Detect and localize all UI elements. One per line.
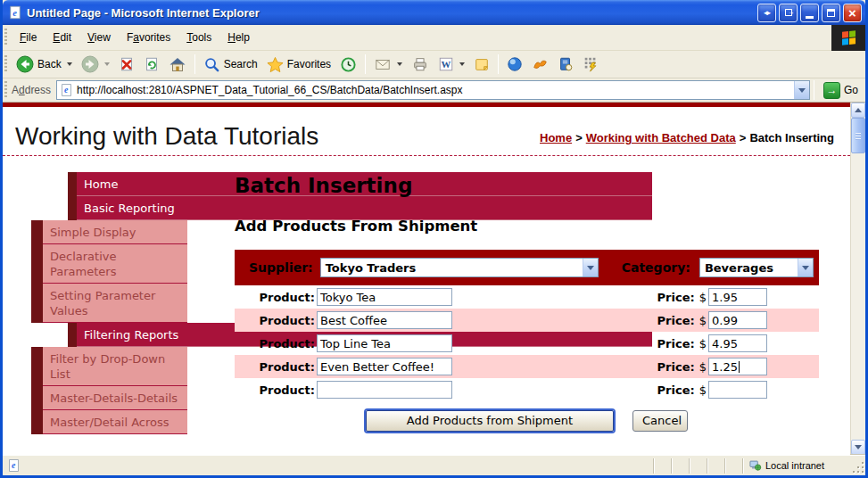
breadcrumb-home-link[interactable]: Home bbox=[540, 131, 572, 144]
home-icon bbox=[169, 55, 186, 73]
sidebar-item-filter-by-dropdown-list[interactable]: Filter by Drop-Down List bbox=[31, 347, 187, 386]
maximize-button[interactable] bbox=[822, 4, 840, 22]
new-window-button[interactable] bbox=[779, 4, 798, 22]
currency-symbol: $ bbox=[699, 337, 707, 350]
ie-page-icon: e bbox=[60, 83, 73, 97]
home-button[interactable] bbox=[164, 54, 191, 75]
refresh-button[interactable] bbox=[139, 54, 164, 74]
vertical-scrollbar bbox=[850, 103, 865, 455]
horizontal-arrows-button[interactable]: ◂▸ bbox=[757, 4, 776, 22]
sidebar-item-master-details-details[interactable]: Master-Details-Details bbox=[31, 386, 187, 410]
forward-dropdown-icon bbox=[104, 62, 110, 66]
cancel-button[interactable]: Cancel bbox=[632, 410, 688, 432]
page-title: Batch Inserting bbox=[235, 174, 819, 197]
title-bar: e Untitled Page - Microsoft Internet Exp… bbox=[3, 0, 865, 25]
supplier-select[interactable]: Tokyo Traders bbox=[320, 258, 599, 277]
mail-button[interactable] bbox=[369, 54, 407, 74]
product-label: Product: bbox=[235, 314, 315, 327]
menu-grip[interactable] bbox=[4, 29, 7, 46]
print-icon bbox=[411, 56, 429, 72]
forward-icon bbox=[81, 55, 99, 73]
product-row: Product: Price: $ bbox=[235, 378, 819, 401]
price-input[interactable] bbox=[708, 334, 767, 352]
sidebar-nav: Home Basic Reporting Simple Display Decl… bbox=[21, 172, 187, 434]
price-input-focused[interactable] bbox=[708, 358, 767, 375]
search-button[interactable]: Search bbox=[199, 54, 262, 75]
price-input[interactable] bbox=[708, 311, 767, 329]
go-button[interactable]: → Go bbox=[818, 82, 865, 99]
product-input[interactable] bbox=[317, 311, 452, 329]
dashed-rule bbox=[3, 155, 850, 156]
encoding-button[interactable] bbox=[578, 54, 603, 74]
status-left-pane: e bbox=[3, 458, 653, 473]
ie-page-icon: e bbox=[8, 5, 22, 20]
messenger-button[interactable] bbox=[502, 54, 527, 74]
url-text: http://localhost:2810/ASPNET_Data_Tutori… bbox=[77, 84, 794, 96]
sidebar-item-setting-parameter-values[interactable]: Setting Parameter Values bbox=[31, 284, 187, 323]
svg-text:e: e bbox=[12, 8, 17, 18]
product-input[interactable] bbox=[317, 334, 452, 352]
category-label: Category: bbox=[622, 260, 690, 275]
zone-label: Local intranet bbox=[765, 460, 824, 471]
breadcrumb-section-link[interactable]: Working with Batched Data bbox=[586, 131, 736, 144]
price-input[interactable] bbox=[708, 381, 767, 399]
print-button[interactable] bbox=[407, 54, 434, 74]
product-input[interactable] bbox=[317, 358, 452, 375]
status-pane bbox=[689, 458, 707, 474]
product-label: Product: bbox=[235, 291, 315, 304]
product-input[interactable] bbox=[317, 381, 452, 399]
menu-tools[interactable]: Tools bbox=[178, 28, 219, 47]
back-button[interactable]: Back bbox=[12, 54, 77, 75]
search-label: Search bbox=[224, 58, 258, 70]
sidebar-item-declarative-parameters[interactable]: Declarative Parameters bbox=[31, 244, 187, 284]
sidebar-item-simple-display[interactable]: Simple Display bbox=[31, 220, 187, 244]
category-select[interactable]: Beverages bbox=[699, 258, 814, 277]
search-icon bbox=[203, 56, 220, 73]
research-button[interactable] bbox=[553, 54, 578, 74]
address-dropdown-button[interactable] bbox=[794, 81, 809, 99]
product-input[interactable] bbox=[317, 288, 452, 306]
menu-help[interactable]: Help bbox=[219, 28, 258, 47]
favorites-button[interactable]: Favorites bbox=[262, 54, 335, 75]
address-grip[interactable] bbox=[4, 81, 7, 99]
price-label: Price: bbox=[657, 360, 695, 374]
favorites-star-icon bbox=[267, 56, 284, 73]
currency-symbol: $ bbox=[699, 291, 707, 304]
scroll-thumb[interactable] bbox=[851, 118, 865, 153]
sidebar-item-master-detail-across[interactable]: Master/Detail Across bbox=[31, 410, 187, 434]
scroll-track[interactable] bbox=[851, 118, 865, 440]
menu-file[interactable]: File bbox=[12, 28, 45, 47]
price-label: Price: bbox=[657, 337, 695, 350]
product-row: Product: Price: $ bbox=[235, 285, 819, 309]
stop-icon bbox=[119, 56, 135, 72]
button-row: Add Products from Shipment Cancel bbox=[235, 410, 819, 432]
toolbar-grip[interactable] bbox=[4, 55, 7, 73]
price-label: Price: bbox=[657, 383, 695, 397]
forward-button[interactable] bbox=[77, 54, 114, 75]
edit-with-word-button[interactable]: W bbox=[434, 54, 469, 74]
menu-view[interactable]: View bbox=[79, 28, 119, 47]
menu-bar: File Edit View Favorites Tools Help bbox=[3, 25, 865, 51]
toolbar-separator bbox=[498, 54, 499, 74]
currency-symbol: $ bbox=[699, 383, 707, 397]
toolbar-separator bbox=[365, 54, 366, 74]
price-input[interactable] bbox=[708, 288, 767, 306]
menu-favorites[interactable]: Favorites bbox=[119, 28, 178, 47]
stop-button[interactable] bbox=[114, 54, 139, 74]
discuss-button[interactable] bbox=[469, 54, 494, 74]
minimize-button[interactable] bbox=[800, 4, 819, 22]
add-products-button[interactable]: Add Products from Shipment bbox=[366, 410, 614, 432]
history-button[interactable] bbox=[335, 54, 361, 75]
address-input[interactable]: e http://localhost:2810/ASPNET_Data_Tuto… bbox=[56, 80, 810, 100]
msn-button[interactable] bbox=[527, 54, 553, 74]
note-icon bbox=[474, 56, 490, 72]
scroll-down-button[interactable] bbox=[851, 440, 865, 455]
price-label: Price: bbox=[657, 291, 695, 304]
status-pane bbox=[707, 458, 724, 474]
scroll-up-button[interactable] bbox=[851, 103, 865, 118]
currency-symbol: $ bbox=[699, 314, 707, 327]
resize-grip[interactable] bbox=[854, 458, 865, 474]
close-button[interactable]: × bbox=[843, 4, 862, 22]
menu-edit[interactable]: Edit bbox=[45, 28, 79, 47]
security-zone-pane: Local intranet bbox=[742, 458, 854, 474]
